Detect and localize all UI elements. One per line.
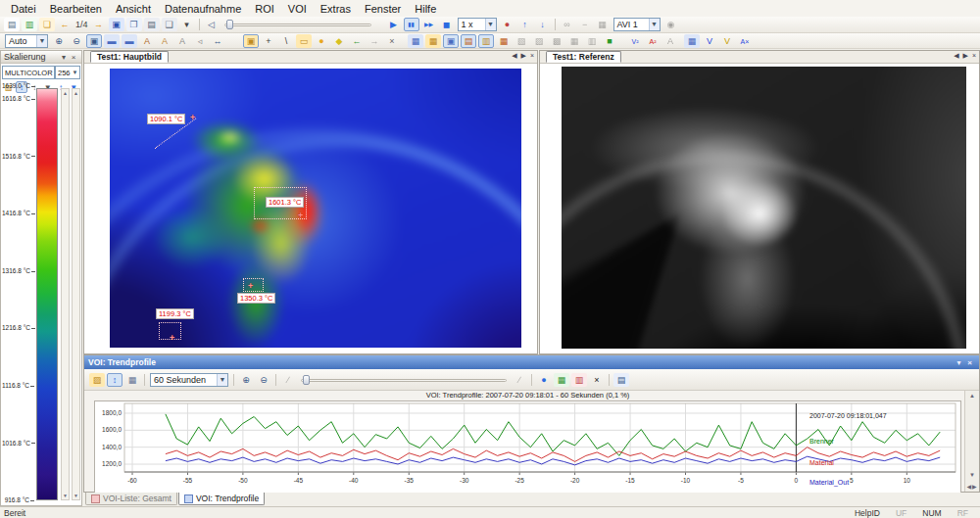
roi-rect-icon[interactable]: ▭	[296, 34, 312, 48]
clear-profile-icon[interactable]: ×	[589, 373, 605, 387]
voi-g2-icon[interactable]: ▨	[531, 34, 547, 48]
voi-new-icon[interactable]: ▦	[408, 34, 423, 48]
scroll-up-icon[interactable]: ▲	[965, 393, 979, 399]
levels-combo[interactable]: 256 ▼	[55, 66, 80, 79]
zoom-out-icon[interactable]: ⊖	[69, 34, 84, 48]
roi-pointer-icon[interactable]: ▣	[243, 34, 259, 48]
tab-referenz[interactable]: Test1: Referenz	[546, 51, 621, 63]
fast-forward-icon[interactable]: ▶▶	[421, 18, 437, 31]
slider-thumb[interactable]	[303, 375, 310, 385]
link-icon[interactable]: ∞	[560, 18, 575, 31]
menu-hilfe[interactable]: Hilfe	[408, 2, 443, 16]
voi-g1-icon[interactable]: ▧	[514, 34, 529, 48]
print-profile-icon[interactable]: ▤	[613, 373, 629, 387]
step-up-icon[interactable]: ↑	[517, 18, 533, 31]
tab-prev-icon[interactable]: ◀	[512, 52, 517, 59]
tab-close-icon[interactable]: ×	[972, 52, 977, 59]
thermal-image[interactable]: 1090.1 °C + 1601.3 °C + + 1350.3 °C 1199…	[110, 69, 521, 348]
step-down-icon[interactable]: ↓	[535, 18, 551, 31]
interval-combo[interactable]: 60 Sekunden▼	[150, 373, 228, 387]
next-frame-icon[interactable]: →	[91, 18, 107, 31]
voi-palette-icon[interactable]: ▨	[89, 373, 105, 387]
chart-scrollbar[interactable]: ▲ ▼ ◀▶	[964, 391, 979, 492]
slider-thumb[interactable]	[226, 20, 233, 29]
avi-combo[interactable]: AVI 1▼	[613, 18, 661, 31]
temp-label-3[interactable]: 1350.3 °C	[237, 293, 275, 304]
tab-voi-liste[interactable]: VOI-Liste: Gesamt	[85, 493, 177, 505]
voi-apply-icon[interactable]: ▦	[496, 34, 512, 48]
tab-next-icon[interactable]: ▶	[963, 52, 969, 59]
menu-voi[interactable]: VOI	[281, 2, 314, 16]
value-v2-icon[interactable]: V²	[627, 34, 643, 48]
temp-label-2[interactable]: 1601.3 °C	[266, 197, 304, 208]
open-report-icon[interactable]: ▥	[22, 18, 37, 31]
roi-undo-icon[interactable]: ←	[349, 34, 365, 48]
value-a2-icon[interactable]: A²	[645, 34, 661, 48]
roi-polygon-icon[interactable]: ◆	[331, 34, 347, 48]
speed-combo[interactable]: 1 x▼	[458, 18, 497, 31]
detach-icon[interactable]: −	[577, 18, 593, 31]
print-icon[interactable]: ▤	[144, 18, 160, 31]
roi-add-icon[interactable]: +	[261, 34, 276, 48]
menu-bearbeiten[interactable]: Bearbeiten	[43, 2, 109, 16]
voi-g3-icon[interactable]: ▩	[549, 34, 564, 48]
roi-line-icon[interactable]: \	[278, 34, 294, 48]
table-view-icon[interactable]: ▦	[554, 373, 569, 387]
profile-zoom-in-icon[interactable]: ⊕	[238, 373, 254, 387]
prev-frame-icon[interactable]: ←	[57, 18, 73, 31]
crosshair-icon[interactable]: +	[190, 114, 195, 121]
scale-min-spinner[interactable]: ▲▼	[72, 88, 80, 500]
history-slider[interactable]	[301, 375, 507, 385]
value-ax-icon[interactable]: A×	[737, 34, 753, 48]
overflow-icon[interactable]: ▾	[179, 18, 195, 31]
reference-image[interactable]	[562, 67, 966, 349]
roi-delete-icon[interactable]: ×	[384, 34, 400, 48]
record-icon[interactable]: ●	[500, 18, 515, 31]
scale-max-spinner[interactable]: ▲▼	[61, 88, 70, 500]
window-2-icon[interactable]: ▬	[122, 34, 137, 48]
auto-combo[interactable]: Auto▼	[5, 34, 48, 48]
rotate-right-icon[interactable]: A	[157, 34, 172, 48]
value-v-blue-icon[interactable]: V	[702, 34, 717, 48]
scroll-down-icon[interactable]: ▼	[965, 472, 979, 478]
scroll-lr-icon[interactable]: ◀▶	[965, 483, 979, 490]
crosshair-icon[interactable]: +	[298, 212, 303, 219]
window-1-icon[interactable]: ▬	[104, 34, 120, 48]
voi-scale-settings-icon[interactable]: ▦	[124, 373, 140, 387]
flip-icon[interactable]: A	[174, 34, 190, 48]
menu-datenaufnahme[interactable]: Datenaufnahme	[158, 2, 248, 16]
menu-datei[interactable]: Datei	[4, 2, 43, 16]
rotate-left-icon[interactable]: A	[139, 34, 155, 48]
menu-ansicht[interactable]: Ansicht	[109, 2, 158, 16]
tab-next-icon[interactable]: ▶	[521, 52, 527, 59]
close-icon[interactable]: ×	[964, 358, 975, 367]
close-icon[interactable]: ×	[69, 53, 78, 62]
voi-g5-icon[interactable]: ▥	[584, 34, 600, 48]
tab-hauptbild[interactable]: Test1: Hauptbild	[90, 51, 169, 63]
mirror-icon[interactable]: ◃	[192, 34, 208, 48]
crosshair-icon[interactable]: +	[248, 282, 253, 290]
voi-edit-icon[interactable]: ▦	[425, 34, 441, 48]
save-icon[interactable]: ▣	[109, 18, 124, 31]
voi-g4-icon[interactable]: ▦	[566, 34, 582, 48]
voi-ok-icon[interactable]: ■	[602, 34, 617, 48]
tab-voi-trendprofile[interactable]: VOI: Trendprofile	[178, 493, 265, 505]
zoom-in-icon[interactable]: ⊕	[51, 34, 67, 48]
pen2-icon[interactable]: ∕	[512, 373, 527, 387]
temp-label-4[interactable]: 1199.3 °C	[156, 308, 194, 319]
pin-icon[interactable]: ▾	[954, 358, 964, 367]
profile-zoom-out-icon[interactable]: ⊖	[256, 373, 271, 387]
voi-link-icon[interactable]: ▤	[461, 34, 476, 48]
menu-fenster[interactable]: Fenster	[358, 2, 408, 16]
camera-icon[interactable]: ◉	[663, 18, 679, 31]
open-folder-icon[interactable]: ❏	[39, 18, 55, 31]
voi-lock-icon[interactable]: ▣	[443, 34, 459, 48]
play-icon[interactable]: ▶	[386, 18, 402, 31]
value-a-icon[interactable]: A	[662, 34, 678, 48]
roi-rect[interactable]	[243, 278, 264, 292]
legend-icon[interactable]: ●	[536, 373, 552, 387]
menu-roi[interactable]: ROI	[248, 2, 281, 16]
voi-copy-icon[interactable]: ▥	[478, 34, 494, 48]
copy-image-icon[interactable]: ❐	[126, 18, 142, 31]
export-profile-icon[interactable]: ▥	[571, 373, 587, 387]
